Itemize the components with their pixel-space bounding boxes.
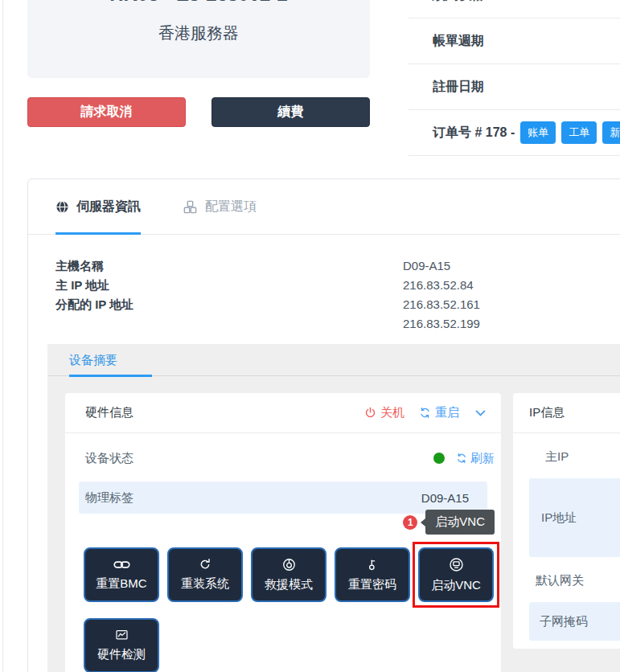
host-label: 分配的 IP 地址	[55, 295, 403, 334]
shutdown-label: 关机	[380, 405, 404, 420]
detail-row-registration-date: 註冊日期	[409, 64, 620, 110]
reset-bmc-button[interactable]: 重置BMC	[84, 547, 159, 602]
detail-row-renewal-price: 續約價格	[409, 0, 620, 18]
host-label: 主機名稱	[55, 256, 403, 276]
chevron-down-icon[interactable]	[474, 406, 487, 420]
vnc-highlight-box: 启动VNC	[413, 542, 499, 608]
page-edge-divider	[2, 0, 3, 672]
vnc-annotation: 1 启动VNC	[403, 510, 495, 535]
ip-info-card: IP信息 主IP IP地址 默认网关 子网掩码	[513, 393, 620, 649]
step-badge: 1	[403, 515, 417, 530]
device-sub-tabs: 设备摘要	[47, 344, 620, 376]
host-value: D09-A15	[403, 256, 450, 276]
tab-server-info[interactable]: 伺服器資訊	[55, 179, 141, 234]
lifebuoy-icon	[282, 558, 296, 572]
product-subtitle: 香港服務器	[27, 23, 370, 44]
refresh-label: 刷新	[470, 451, 495, 466]
ip-card-title: IP信息	[529, 405, 620, 420]
new-ticket-button[interactable]: 新开工单	[602, 121, 620, 144]
detail-label: 註冊日期	[433, 79, 484, 96]
ip-row-subnet-mask: 子网掩码	[529, 602, 620, 641]
cubes-icon	[183, 199, 198, 215]
request-cancel-button[interactable]: 請求取消	[27, 97, 186, 127]
display-icon	[449, 557, 464, 572]
ip-row-default-gateway: 默认网关	[513, 563, 620, 597]
tab-config-options[interactable]: 配置選項	[183, 179, 257, 234]
detail-label: 帳單週期	[433, 33, 484, 50]
ip-row-ip-address: IP地址	[529, 478, 620, 557]
reset-password-button[interactable]: 重置密码	[335, 547, 410, 602]
device-summary-panel: 设备摘要 硬件信息	[47, 344, 620, 672]
power-icon	[364, 407, 376, 419]
tab-label: 伺服器資訊	[76, 199, 141, 215]
ticket-button[interactable]: 工单	[561, 121, 597, 144]
product-summary-card: HK03 - E5-2650v2-2 香港服務器	[27, 0, 370, 78]
tab-label: 配置選項	[205, 199, 257, 215]
billing-details: 續約價格 帳單週期 註冊日期 订单号 # 178 - 账单 工单 新开工单	[409, 0, 620, 156]
host-value: 216.83.52.84	[403, 276, 474, 295]
active-tab-underline	[69, 375, 152, 377]
server-info-card: 伺服器資訊 配置選項 主機名稱 D09-A15 主 IP 地址 216.83.5…	[27, 178, 620, 672]
globe-icon	[55, 200, 69, 214]
ip-card-header: IP信息	[513, 393, 620, 433]
hardware-card-header: 硬件信息 关机	[65, 393, 501, 433]
detail-row-order-number: 订单号 # 178 - 账单 工单 新开工单	[409, 110, 620, 156]
host-info-list: 主機名稱 D09-A15 主 IP 地址 216.83.52.84 分配的 IP…	[28, 235, 620, 334]
reinstall-system-button[interactable]: 重装系统	[167, 547, 243, 602]
server-management-page: { "product": { "title": "HK03 - E5-2650v…	[0, 0, 620, 672]
ip-row-main-ip: 主IP	[513, 440, 620, 473]
product-title: HK03 - E5-2650v2-2	[27, 0, 370, 6]
renew-button[interactable]: 續費	[211, 97, 370, 127]
order-number-label: 订单号 # 178 -	[433, 125, 515, 141]
device-status-row: 设备状态 刷新	[65, 440, 501, 477]
rescue-mode-button[interactable]: 救援模式	[251, 547, 326, 602]
refresh-icon	[456, 453, 467, 464]
hardware-info-card: 硬件信息 关机	[65, 393, 501, 672]
hardware-actions-grid: 重置BMC 重装系统	[65, 514, 501, 672]
host-row-hostname: 主機名稱 D09-A15	[55, 256, 610, 276]
physical-tag-value: D09-A15	[421, 491, 469, 505]
physical-tag-row: 物理标签 D09-A15	[79, 481, 487, 514]
link-icon	[113, 559, 130, 571]
host-row-main-ip: 主 IP 地址 216.83.52.84	[55, 276, 610, 295]
reboot-action[interactable]: 重启	[419, 405, 459, 420]
status-online-dot	[433, 453, 445, 464]
host-row-assigned-ips: 分配的 IP 地址 216.83.52.161 216.83.52.199	[55, 295, 610, 334]
tab-device-summary[interactable]: 设备摘要	[69, 353, 117, 368]
main-tabs: 伺服器資訊 配置選項	[28, 179, 620, 235]
detail-row-billing-cycle: 帳單週期	[409, 18, 620, 64]
host-value: 216.83.52.161 216.83.52.199	[403, 295, 480, 334]
refresh-icon	[419, 407, 431, 419]
reboot-label: 重启	[435, 405, 459, 420]
detail-label: 續約價格	[433, 0, 484, 4]
redo-icon	[199, 558, 211, 571]
device-status-label: 设备状态	[85, 451, 133, 466]
key-icon	[366, 558, 379, 572]
shutdown-action[interactable]: 关机	[364, 405, 404, 420]
invoice-button[interactable]: 账单	[520, 121, 556, 144]
refresh-status-action[interactable]: 刷新	[456, 451, 495, 466]
host-label: 主 IP 地址	[55, 276, 403, 295]
launch-vnc-button[interactable]: 启动VNC	[418, 547, 494, 602]
chart-icon	[115, 629, 129, 641]
vnc-tooltip: 启动VNC	[425, 510, 495, 535]
physical-tag-label: 物理标签	[85, 490, 133, 506]
hardware-card-title: 硬件信息	[85, 405, 364, 420]
hardware-check-button[interactable]: 硬件检测	[84, 618, 159, 672]
